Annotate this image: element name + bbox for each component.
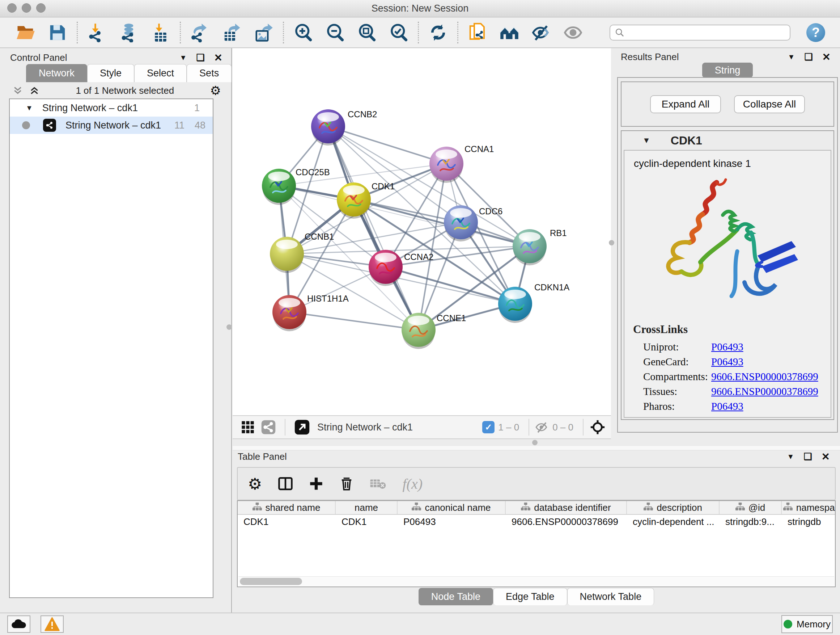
show-columns-icon[interactable]: [278, 476, 293, 491]
panel-close-icon[interactable]: ✕: [214, 52, 223, 64]
panel-float-icon[interactable]: ❑: [196, 52, 204, 63]
table-cell[interactable]: CDK1: [336, 515, 398, 529]
vertical-splitter-knob[interactable]: [609, 240, 614, 245]
clone-network-button[interactable]: [467, 22, 488, 43]
add-column-icon[interactable]: [309, 477, 324, 491]
table-settings-gear-icon[interactable]: ⚙: [248, 475, 262, 493]
table-horizontal-scrollbar[interactable]: [238, 576, 834, 586]
export-network-button[interactable]: [189, 22, 210, 43]
show-all-button[interactable]: [562, 22, 584, 43]
hidden-eye-slash-icon[interactable]: [535, 420, 549, 434]
refresh-button[interactable]: [428, 22, 448, 43]
table-tab-edge-table[interactable]: Edge Table: [493, 588, 567, 605]
delete-column-icon[interactable]: [339, 477, 354, 491]
column-header-database-identifier[interactable]: database identifier: [506, 501, 627, 514]
tab-select[interactable]: Select: [134, 64, 187, 82]
table-cell[interactable]: P06493: [398, 515, 506, 529]
node-table[interactable]: shared namenamecanonical namedatabase id…: [237, 500, 836, 587]
tab-sets[interactable]: Sets: [187, 64, 232, 82]
table-tab-network-table[interactable]: Network Table: [567, 588, 654, 605]
save-session-button[interactable]: [47, 22, 68, 43]
table-row[interactable]: CDK1CDK1P064939606.ENSP00000378699cyclin…: [238, 515, 835, 529]
table-cell[interactable]: CDK1: [238, 515, 336, 529]
first-neighbors-button[interactable]: [499, 22, 520, 43]
network-options-gear-icon[interactable]: ⚙: [210, 83, 221, 98]
expand-all-button[interactable]: Expand All: [650, 95, 721, 113]
node-CCNA2[interactable]: CCNA2: [369, 250, 433, 286]
node-CCNA1[interactable]: CCNA1: [429, 144, 494, 183]
crosslink-link[interactable]: 9606.ENSP00000378699: [711, 371, 818, 383]
results-tab-string[interactable]: String: [702, 63, 753, 78]
panel-menu-icon[interactable]: ▼: [787, 453, 794, 461]
table-cell[interactable]: stringdb: [782, 515, 836, 529]
network-row-selected[interactable]: String Network – cdk1 11 48: [10, 117, 213, 134]
zoom-fit-button[interactable]: [356, 22, 377, 43]
expand-all-icon[interactable]: [29, 85, 40, 96]
export-table-button[interactable]: [221, 22, 242, 43]
node-RB1[interactable]: RB1: [513, 228, 567, 265]
column-header-shared-name[interactable]: shared name: [238, 501, 336, 514]
import-table-from-file-button[interactable]: [150, 22, 171, 43]
collection-expand-icon[interactable]: ▼: [26, 104, 33, 112]
table-cell[interactable]: cyclin-dependent ...: [627, 515, 720, 529]
splitter-knob[interactable]: [532, 440, 538, 445]
column-header-@id[interactable]: @id: [720, 501, 782, 514]
edge-HIST1H1A-CCNE1[interactable]: [289, 312, 418, 330]
left-splitter-knob[interactable]: [226, 325, 232, 330]
crosslink-link[interactable]: P06493: [711, 401, 744, 412]
gene-section-header[interactable]: ▼ CDK1: [622, 131, 834, 150]
edge-CCNB2-CCNA1[interactable]: [328, 126, 447, 164]
node-CCNB2[interactable]: CCNB2: [311, 109, 377, 146]
scrollbar-thumb[interactable]: [240, 578, 302, 585]
cloud-status-button[interactable]: [7, 616, 30, 633]
zoom-selected-button[interactable]: [388, 22, 409, 43]
zoom-out-button[interactable]: [325, 22, 346, 43]
open-session-button[interactable]: [15, 22, 36, 43]
table-panel: Table Panel ▼ ❑ ✕ ⚙ f(x) shared namename…: [233, 446, 840, 613]
main-toolbar: ?: [0, 18, 840, 48]
birds-eye-crosshair-icon[interactable]: [589, 419, 606, 435]
panel-menu-icon[interactable]: ▼: [180, 54, 187, 62]
search-field[interactable]: [609, 25, 790, 41]
network-collection-row[interactable]: ▼ String Network – cdk1 1: [10, 99, 213, 117]
collapse-all-icon[interactable]: [12, 85, 23, 96]
search-input[interactable]: [628, 27, 785, 39]
import-network-from-database-button[interactable]: [118, 22, 139, 43]
import-network-from-file-button[interactable]: [87, 22, 107, 43]
open-in-window-icon[interactable]: [294, 419, 310, 435]
collapse-all-button[interactable]: Collapse All: [734, 95, 805, 113]
column-header-namespace[interactable]: namespace: [782, 501, 836, 514]
panel-close-icon[interactable]: ✕: [822, 51, 831, 63]
panel-close-icon[interactable]: ✕: [821, 451, 830, 463]
panel-float-icon[interactable]: ❑: [804, 451, 812, 462]
node-HIST1H1A[interactable]: HIST1H1A: [272, 294, 349, 331]
export-image-button[interactable]: [253, 22, 274, 43]
panel-menu-icon[interactable]: ▼: [788, 53, 795, 61]
warnings-button[interactable]: [41, 616, 64, 633]
memory-button[interactable]: Memory: [782, 615, 833, 633]
crosslink-link[interactable]: P06493: [711, 341, 744, 353]
crosslink-link[interactable]: P06493: [711, 356, 744, 368]
network-share-badge-icon[interactable]: [261, 420, 276, 435]
column-header-name[interactable]: name: [336, 501, 398, 514]
section-collapse-icon[interactable]: ▼: [643, 136, 651, 145]
table-cell[interactable]: 9606.ENSP00000378699: [506, 515, 627, 529]
panel-float-icon[interactable]: ❑: [804, 51, 813, 63]
node-CDK1[interactable]: CDK1: [337, 181, 395, 219]
tab-style[interactable]: Style: [87, 64, 134, 82]
help-button[interactable]: ?: [806, 23, 825, 42]
node-CDKN1A[interactable]: CDKN1A: [498, 282, 569, 323]
column-header-canonical-name[interactable]: canonical name: [398, 501, 506, 514]
zoom-in-button[interactable]: [293, 22, 314, 43]
crosslink-link[interactable]: 9606.ENSP00000378699: [711, 386, 818, 397]
hide-selected-button[interactable]: [531, 22, 552, 43]
network-canvas[interactable]: CCNB2CCNA1CDC25BCDK1CDC6RB1CCNB1CCNA2CDK…: [233, 48, 611, 415]
edge-CDK1-RB1[interactable]: [354, 200, 530, 246]
horizontal-splitter[interactable]: [233, 439, 612, 446]
grid-view-icon[interactable]: [240, 420, 255, 434]
table-tab-node-table[interactable]: Node Table: [418, 588, 493, 605]
tab-network[interactable]: Network: [26, 64, 87, 82]
column-header-description[interactable]: description: [627, 501, 720, 514]
selected-checkbox-icon[interactable]: ✓: [482, 421, 494, 433]
table-cell[interactable]: stringdb:9...: [720, 515, 782, 529]
